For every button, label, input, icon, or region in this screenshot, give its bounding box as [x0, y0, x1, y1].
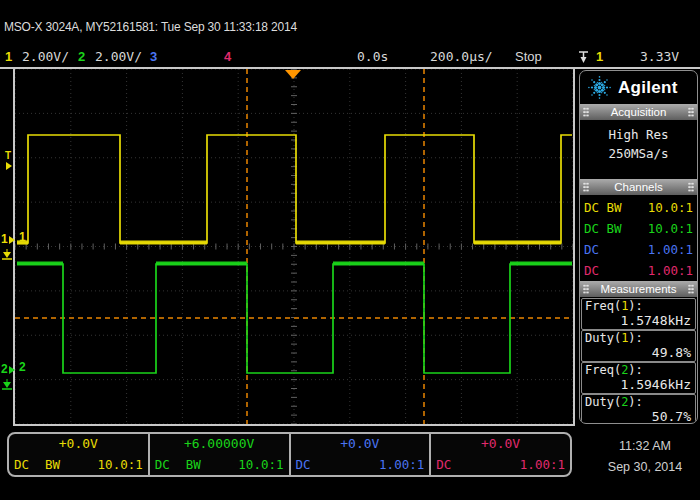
- status-trigger-level: 3.33V: [640, 49, 679, 64]
- ch2-ground-icon: [1, 376, 13, 394]
- freq1-value: 1.5748kHz: [621, 313, 691, 328]
- duty1-value: 49.8%: [652, 345, 691, 360]
- status-timebase: 200.0µs/: [430, 49, 493, 64]
- trigger-edge-icon: [577, 49, 590, 69]
- acquisition-info: High Res 250MSa/s: [580, 120, 697, 179]
- ch2-ground-marker-arrow[interactable]: [9, 366, 15, 374]
- ch3-coupling: DC: [584, 239, 599, 260]
- ch1-ground-marker-arrow[interactable]: [9, 236, 15, 244]
- measurement-freq2: Freq(2): 1.5946kHz: [581, 362, 696, 394]
- brand-name: Agilent: [618, 78, 678, 98]
- status-ch2-scale[interactable]: 2.00V/: [95, 49, 142, 64]
- acquisition-header-label: Acquisition: [611, 106, 667, 118]
- trigger-level-marker-label[interactable]: T: [5, 150, 11, 161]
- status-ch1-number[interactable]: 1: [5, 49, 12, 64]
- acquisition-mode: High Res: [580, 125, 697, 144]
- ch2-status-box[interactable]: +6.00000V DC BW 10.0:1: [150, 434, 291, 475]
- acquisition-section-header[interactable]: Acquisition: [580, 104, 697, 120]
- grip-icon: [583, 107, 589, 117]
- channel-row: DC 1.00:1: [584, 260, 693, 281]
- ch4-status-box[interactable]: +0.0V DC 1.00:1: [431, 434, 570, 475]
- ch3-offset: +0.0V: [291, 436, 430, 451]
- ch4-coupling: DC: [584, 260, 599, 281]
- channels-info: DC BW 10.0:1 DC BW 10.0:1 DC 1.00:1 DC 1…: [580, 195, 697, 281]
- oscilloscope-screen: MSO-X 3024A, MY52161581: Tue Sep 30 11:3…: [0, 0, 700, 500]
- ch3-status-box[interactable]: +0.0V DC 1.00:1: [291, 434, 432, 475]
- measurements-list: Freq(1): 1.5748kHz Duty(1): 49.8% Freq(2…: [580, 297, 697, 424]
- ch1-ground-marker-label[interactable]: 1: [1, 232, 8, 246]
- status-ch1-scale[interactable]: 2.00V/: [22, 49, 69, 64]
- freq2-value: 1.5946kHz: [621, 377, 691, 392]
- grip-icon: [583, 284, 589, 294]
- status-trigger-source: 1: [596, 49, 603, 64]
- ch1-status-box[interactable]: +0.0V DC BW 10.0:1: [9, 434, 150, 475]
- ch3-probe-ratio: 1.00:1: [648, 239, 693, 260]
- date: Sep 30, 2014: [597, 457, 693, 478]
- measurements-header-label: Measurements: [600, 283, 676, 295]
- status-ch3-number[interactable]: 3: [150, 49, 157, 64]
- grip-icon: [583, 182, 589, 192]
- grip-icon: [688, 107, 694, 117]
- measurement-duty1: Duty(1): 49.8%: [581, 330, 696, 362]
- ch2-ground-marker-label[interactable]: 2: [1, 362, 8, 376]
- graticule-svg: [15, 69, 573, 424]
- measurements-section-header[interactable]: Measurements: [580, 281, 697, 297]
- agilent-logo-icon: [587, 75, 612, 100]
- duty2-value: 50.7%: [652, 409, 691, 424]
- ch1-offset: +0.0V: [9, 436, 148, 451]
- measurement-freq1: Freq(1): 1.5748kHz: [581, 298, 696, 330]
- time: 11:32 AM: [597, 436, 693, 457]
- clock: 11:32 AM Sep 30, 2014: [597, 436, 693, 478]
- grip-icon: [688, 182, 694, 192]
- channel-row: DC BW 10.0:1: [584, 197, 693, 218]
- channel-row: DC BW 10.0:1: [584, 218, 693, 239]
- ch2-trace-label: 2: [19, 360, 26, 374]
- grip-icon: [688, 284, 694, 294]
- status-ch2-number[interactable]: 2: [78, 49, 85, 64]
- ch1-trace-label: 1: [19, 230, 26, 244]
- waveform-display: [13, 69, 575, 426]
- status-delay: 0.0s: [357, 49, 388, 64]
- ch4-probe-ratio: 1.00:1: [648, 260, 693, 281]
- ch1-probe-ratio: 10.0:1: [648, 197, 693, 218]
- channel-status-bar: +0.0V DC BW 10.0:1 +6.00000V DC BW 10.0:…: [7, 432, 572, 477]
- ch2-probe-ratio: 10.0:1: [648, 218, 693, 239]
- brand-row: Agilent: [580, 71, 697, 104]
- trigger-level-marker-arrow[interactable]: [6, 162, 12, 170]
- channels-header-label: Channels: [614, 181, 663, 193]
- side-panel: Agilent Acquisition High Res 250MSa/s Ch…: [579, 70, 698, 424]
- measurement-duty2: Duty(2): 50.7%: [581, 394, 696, 424]
- sample-rate: 250MSa/s: [580, 144, 697, 163]
- instrument-title: MSO-X 3024A, MY52161581: Tue Sep 30 11:3…: [4, 20, 297, 34]
- channel-row: DC 1.00:1: [584, 239, 693, 260]
- trigger-position-marker[interactable]: [285, 70, 301, 79]
- ch2-offset: +6.00000V: [150, 436, 289, 451]
- channels-section-header[interactable]: Channels: [580, 179, 697, 195]
- ch4-offset: +0.0V: [431, 436, 570, 451]
- ch1-coupling: DC BW: [584, 197, 622, 218]
- ch2-coupling: DC BW: [584, 218, 622, 239]
- status-ch4-number[interactable]: 4: [224, 49, 231, 64]
- status-run-state: Stop: [515, 49, 542, 64]
- ch1-ground-icon: [1, 246, 13, 264]
